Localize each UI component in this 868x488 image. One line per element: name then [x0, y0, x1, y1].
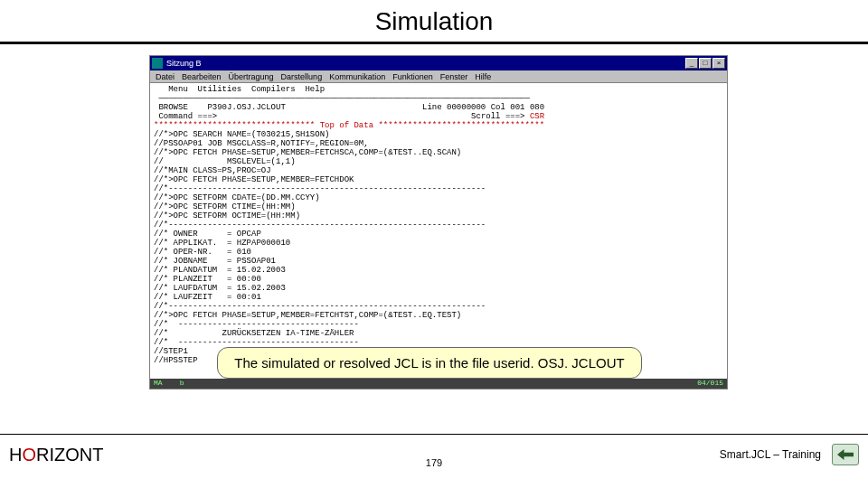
terminal-status-bar: MA b 04/015	[150, 379, 727, 389]
jcl-line: //*>OPC SETFORM CTIME=(HH:MM)	[154, 202, 296, 211]
jcl-line: //*>OPC FETCH PHASE=SETUP,MEMBER=FETCHTS…	[154, 311, 461, 320]
jcl-line: //*>OPC FETCH PHASE=SETUP,MEMBER=FETCHDO…	[154, 175, 354, 184]
jcl-line: //*-------------------------------------…	[154, 184, 486, 193]
scroll-value: CSR	[530, 112, 544, 121]
logo-letter: O	[22, 445, 36, 465]
menu-item[interactable]: Kommunikation	[329, 72, 385, 81]
jcl-line: //* ------------------------------------…	[154, 320, 359, 329]
page-number: 179	[426, 457, 442, 468]
divider-thin-footer	[0, 434, 868, 435]
window-menubar[interactable]: Datei Bearbeiten Übertragung Darstellung…	[150, 70, 727, 83]
close-button[interactable]: ×	[712, 58, 725, 69]
jcl-line: //* PLANZEIT = 00:00	[154, 275, 261, 284]
jcl-line: //PSSOAP01 JOB MSGCLASS=R,NOTIFY=,REGION…	[154, 139, 369, 148]
course-name: Smart.JCL – Training	[720, 448, 821, 461]
jcl-line: //*>OPC SEARCH NAME=(T030215,SH1SON)	[154, 130, 329, 139]
logo: HORIZONT	[9, 445, 103, 465]
menu-item[interactable]: Datei	[156, 72, 175, 81]
menu-item[interactable]: Übertragung	[229, 72, 274, 81]
page-title: Simulation	[0, 7, 868, 36]
command-left: Command ===>	[154, 112, 217, 121]
menu-item[interactable]: Funktionen	[392, 72, 433, 81]
browse-right: Line 00000000 Col 001 080	[422, 103, 544, 112]
jcl-line: //* PLANDATUM = 15.02.2003	[154, 266, 286, 275]
back-button[interactable]	[832, 444, 859, 465]
window-titlebar[interactable]: Sitzung B _ □ ×	[150, 56, 727, 70]
top-of-data: ********************************* Top of…	[154, 121, 544, 130]
callout-note: The simulated or resolved JCL is in the …	[217, 347, 642, 379]
menu-item[interactable]: Darstellung	[281, 72, 323, 81]
menu-item[interactable]: Bearbeiten	[182, 72, 222, 81]
jcl-line: //*>OPC FETCH PHASE=SETUP,MEMBER=FETCHSC…	[154, 148, 461, 157]
jcl-line: //*>OPC SETFORM CDATE=(DD.MM.CCYY)	[154, 193, 320, 202]
terminal-content: Menu Utilities Compilers Help ──────────…	[150, 83, 727, 389]
menu-item[interactable]: Hilfe	[475, 72, 491, 81]
minimize-button[interactable]: _	[685, 58, 698, 69]
jcl-line: //* LAUFDATUM = 15.02.2003	[154, 284, 286, 293]
jcl-line: //* APPLIKAT. = HZPAP000010	[154, 239, 290, 248]
browse-left: BROWSE P390J.OSJ.JCLOUT	[154, 103, 286, 112]
jcl-line: //* LAUFZEIT = 00:01	[154, 293, 261, 302]
jcl-line: //*-------------------------------------…	[154, 221, 486, 230]
footer: HORIZONT Smart.JCL – Training 179	[0, 434, 868, 488]
jcl-line: //* ------------------------------------…	[154, 338, 359, 347]
status-left: MA b	[154, 379, 184, 389]
window-title: Sitzung B	[166, 59, 202, 68]
logo-letter: H	[9, 445, 22, 465]
content-area: Sitzung B _ □ × Datei Bearbeiten Übertra…	[0, 44, 868, 424]
term-menu-line: Menu Utilities Compilers Help	[154, 85, 325, 94]
jcl-line: //HPSSTEP	[154, 356, 198, 365]
menu-item[interactable]: Fenster	[440, 72, 468, 81]
jcl-line: //* JOBNAME = PSSOAP01	[154, 257, 276, 266]
jcl-line: //*-------------------------------------…	[154, 302, 486, 311]
jcl-line: //* OPER-NR. = 010	[154, 248, 251, 257]
jcl-line: //*MAIN CLASS=PS,PROC=OJ	[154, 166, 271, 175]
maximize-button[interactable]: □	[699, 58, 712, 69]
system-menu-icon[interactable]	[152, 58, 163, 69]
command-right: Scroll ===>	[471, 112, 530, 121]
logo-letter: RIZONT	[36, 445, 103, 465]
jcl-line: //* ZURÜCKSETZEN IA-TIME-ZÄHLER	[154, 329, 354, 338]
status-right: 04/015	[697, 379, 723, 389]
jcl-line: //* OWNER = OPCAP	[154, 230, 261, 239]
terminal-window: Sitzung B _ □ × Datei Bearbeiten Übertra…	[149, 55, 728, 389]
jcl-line: //*>OPC SETFORM OCTIME=(HH:MM)	[154, 211, 300, 221]
jcl-line: // MSGLEVEL=(1,1)	[154, 157, 296, 166]
arrow-left-icon	[837, 448, 854, 461]
